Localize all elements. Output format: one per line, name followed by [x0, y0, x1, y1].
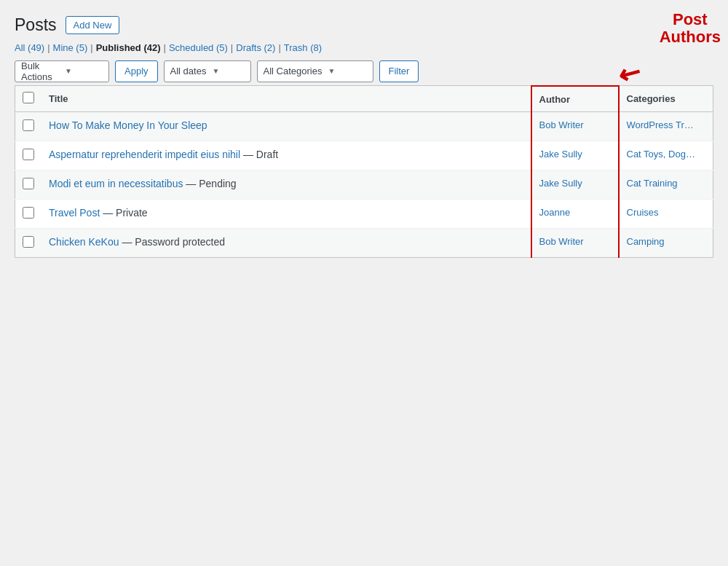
- post-author-link[interactable]: Bob Writer: [539, 236, 584, 247]
- post-title-link[interactable]: Travel Post: [49, 207, 100, 219]
- post-title-cell: Travel Post — Private: [41, 200, 531, 229]
- page-title: Posts: [15, 15, 57, 36]
- post-status-badge: — Private: [100, 207, 147, 219]
- chevron-down-dates-icon: ▼: [212, 67, 219, 75]
- post-title-link[interactable]: Chicken KeKou: [49, 236, 119, 248]
- post-author-link[interactable]: Jake Sully: [539, 149, 582, 160]
- table-row: How To Make Money In Your SleepBob Write…: [15, 112, 713, 141]
- post-category-link[interactable]: Cruises: [627, 207, 659, 218]
- row-checkbox[interactable]: [23, 119, 34, 131]
- table-row: Modi et eum in necessitatibus — PendingJ…: [15, 170, 713, 200]
- post-categories-cell: WordPress Tr…: [619, 112, 713, 141]
- post-categories-cell: Camping: [619, 229, 713, 258]
- all-categories-label: All Categories: [264, 66, 323, 76]
- chevron-down-icon: ▼: [65, 67, 103, 75]
- table-row: Aspernatur reprehenderit impedit eius ni…: [15, 141, 713, 170]
- add-new-button[interactable]: Add New: [66, 16, 120, 34]
- post-status-badge: — Draft: [240, 149, 278, 160]
- post-title-link[interactable]: How To Make Money In Your Sleep: [49, 119, 207, 131]
- bulk-actions-dropdown[interactable]: Bulk Actions ▼: [15, 60, 109, 82]
- row-checkbox-cell: [15, 200, 42, 229]
- sep-5: |: [278, 42, 280, 53]
- annotation-post-authors: PostAuthors: [660, 11, 721, 46]
- post-category-link[interactable]: Camping: [627, 236, 665, 247]
- bulk-actions-label: Bulk Actions: [21, 60, 59, 82]
- table-row: Chicken KeKou — Password protectedBob Wr…: [15, 229, 713, 258]
- dates-dropdown[interactable]: All dates ▼: [164, 60, 251, 82]
- post-categories-cell: Cat Toys, Dog…: [619, 141, 713, 170]
- post-category-link[interactable]: Cat Training: [627, 178, 678, 189]
- post-status-badge: — Password protected: [119, 236, 226, 248]
- col-header-checkbox: [15, 86, 42, 112]
- sep-4: |: [231, 42, 233, 53]
- select-all-checkbox[interactable]: [23, 92, 34, 103]
- sep-2: |: [90, 42, 92, 53]
- post-category-link[interactable]: WordPress Tr…: [627, 119, 694, 130]
- col-header-author: Author: [531, 86, 619, 112]
- filter-button[interactable]: Filter: [379, 60, 419, 82]
- post-categories-cell: Cruises: [619, 200, 713, 229]
- post-categories-cell: Cat Training: [619, 170, 713, 200]
- post-title-link[interactable]: Modi et eum in necessitatibus: [49, 178, 183, 189]
- sep-1: |: [47, 42, 50, 53]
- post-author-link[interactable]: Jake Sully: [539, 178, 582, 189]
- posts-table: Title Author Categories How To Make Mone…: [15, 85, 713, 259]
- post-author-cell: Jake Sully: [531, 141, 619, 170]
- categories-dropdown[interactable]: All Categories ▼: [257, 60, 373, 82]
- row-checkbox-cell: [15, 112, 42, 141]
- post-title-link[interactable]: Aspernatur reprehenderit impedit eius ni…: [49, 149, 240, 160]
- all-dates-label: All dates: [170, 66, 207, 76]
- row-checkbox[interactable]: [23, 207, 34, 219]
- apply-button[interactable]: Apply: [115, 60, 158, 82]
- nav-published[interactable]: Published (42): [96, 42, 161, 53]
- row-checkbox[interactable]: [23, 236, 34, 248]
- post-author-link[interactable]: Bob Writer: [539, 119, 584, 130]
- row-checkbox-cell: [15, 141, 42, 170]
- page-header: Posts Add New: [15, 15, 713, 36]
- post-title-cell: How To Make Money In Your Sleep: [41, 112, 531, 141]
- row-checkbox-cell: [15, 170, 42, 200]
- row-checkbox[interactable]: [23, 178, 34, 189]
- row-checkbox-cell: [15, 229, 42, 258]
- col-header-title: Title: [41, 86, 531, 112]
- nav-mine[interactable]: Mine (5): [53, 42, 88, 53]
- posts-nav: All (49) | Mine (5) | Published (42) | S…: [15, 42, 713, 53]
- post-title-cell: Modi et eum in necessitatibus — Pending: [41, 170, 531, 200]
- nav-all[interactable]: All (49): [15, 42, 44, 53]
- post-title-cell: Aspernatur reprehenderit impedit eius ni…: [41, 141, 531, 170]
- post-status-badge: — Pending: [183, 178, 236, 189]
- post-author-cell: Bob Writer: [531, 112, 619, 141]
- post-author-link[interactable]: Joanne: [539, 207, 571, 218]
- row-checkbox[interactable]: [23, 149, 34, 160]
- sep-3: |: [164, 42, 166, 53]
- nav-drafts[interactable]: Drafts (2): [236, 42, 275, 53]
- post-category-link[interactable]: Cat Toys, Dog…: [627, 149, 695, 160]
- post-author-cell: Bob Writer: [531, 229, 619, 258]
- post-author-cell: Jake Sully: [531, 170, 619, 200]
- nav-scheduled[interactable]: Scheduled (5): [169, 42, 228, 53]
- chevron-down-categories-icon: ▼: [328, 67, 335, 75]
- post-title-cell: Chicken KeKou — Password protected: [41, 229, 531, 258]
- table-row: Travel Post — PrivateJoanneCruises: [15, 200, 713, 229]
- post-author-cell: Joanne: [531, 200, 619, 229]
- nav-trash[interactable]: Trash (8): [284, 42, 322, 53]
- toolbar: Bulk Actions ▼ Apply All dates ▼ All Cat…: [15, 60, 713, 82]
